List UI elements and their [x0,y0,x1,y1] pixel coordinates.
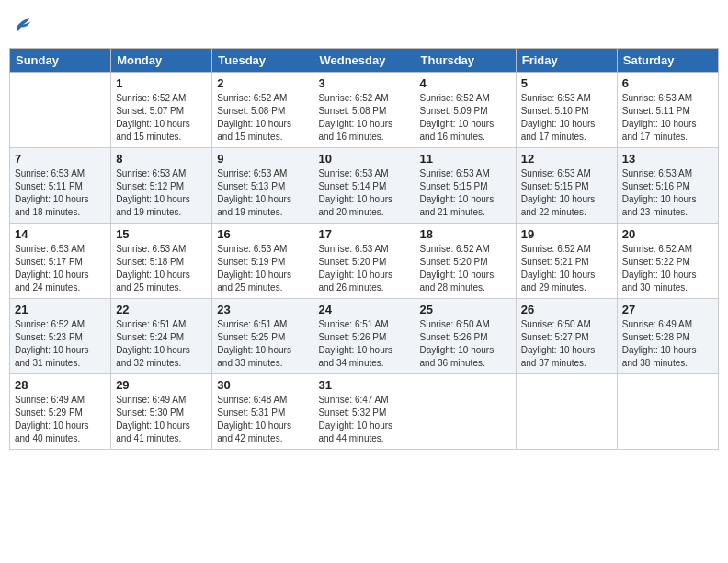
sunset-text: Sunset: 5:11 PM [622,105,713,118]
day-number: 3 [318,76,409,90]
day-info: Sunrise: 6:53 AMSunset: 5:17 PMDaylight:… [15,243,106,294]
sunset-text: Sunset: 5:26 PM [318,331,409,344]
sunrise-text: Sunrise: 6:47 AM [318,394,409,407]
sunrise-text: Sunrise: 6:50 AM [521,318,612,331]
daylight-text: Daylight: 10 hours and 21 minutes. [420,193,511,219]
sunset-text: Sunset: 5:13 PM [217,180,308,193]
sunrise-text: Sunrise: 6:53 AM [217,167,308,180]
day-number: 20 [622,227,713,241]
sunrise-text: Sunrise: 6:52 AM [420,92,511,105]
day-info: Sunrise: 6:53 AMSunset: 5:14 PMDaylight:… [318,167,409,219]
sunrise-text: Sunrise: 6:53 AM [521,92,612,105]
sunrise-text: Sunrise: 6:53 AM [622,92,713,105]
logo-bird-icon [13,15,33,35]
sunset-text: Sunset: 5:21 PM [521,256,612,269]
weekday-header-tuesday: Tuesday [212,49,313,73]
calendar-cell: 14Sunrise: 6:53 AMSunset: 5:17 PMDayligh… [10,224,111,299]
calendar-cell: 30Sunrise: 6:48 AMSunset: 5:31 PMDayligh… [212,374,313,450]
daylight-text: Daylight: 10 hours and 18 minutes. [15,193,106,219]
calendar-cell: 1Sunrise: 6:52 AMSunset: 5:07 PMDaylight… [111,73,212,148]
calendar-cell: 6Sunrise: 6:53 AMSunset: 5:11 PMDaylight… [617,73,718,148]
daylight-text: Daylight: 10 hours and 28 minutes. [420,269,511,294]
calendar-cell: 24Sunrise: 6:51 AMSunset: 5:26 PMDayligh… [313,299,415,374]
day-info: Sunrise: 6:49 AMSunset: 5:30 PMDaylight:… [116,394,207,445]
day-info: Sunrise: 6:52 AMSunset: 5:20 PMDaylight:… [420,243,511,294]
sunrise-text: Sunrise: 6:48 AM [217,394,308,407]
day-number: 16 [217,227,308,241]
day-number: 14 [15,227,106,241]
calendar-cell: 16Sunrise: 6:53 AMSunset: 5:19 PMDayligh… [212,224,313,299]
day-number: 4 [420,76,511,90]
sunrise-text: Sunrise: 6:50 AM [420,318,511,331]
calendar-cell: 19Sunrise: 6:52 AMSunset: 5:21 PMDayligh… [516,224,617,299]
calendar-week-row: 1Sunrise: 6:52 AMSunset: 5:07 PMDaylight… [10,73,719,148]
sunset-text: Sunset: 5:30 PM [116,407,207,419]
day-number: 7 [15,152,106,166]
weekday-header-saturday: Saturday [617,49,718,73]
sunset-text: Sunset: 5:10 PM [521,105,612,118]
day-number: 8 [116,152,207,166]
sunrise-text: Sunrise: 6:49 AM [116,394,207,407]
day-info: Sunrise: 6:51 AMSunset: 5:24 PMDaylight:… [116,318,207,370]
sunset-text: Sunset: 5:09 PM [420,105,511,118]
day-number: 18 [420,227,511,241]
sunrise-text: Sunrise: 6:52 AM [318,92,409,105]
sunrise-text: Sunrise: 6:52 AM [622,243,713,256]
day-info: Sunrise: 6:49 AMSunset: 5:29 PMDaylight:… [15,394,106,445]
sunrise-text: Sunrise: 6:53 AM [116,167,207,180]
day-info: Sunrise: 6:52 AMSunset: 5:09 PMDaylight:… [420,92,511,144]
daylight-text: Daylight: 10 hours and 15 minutes. [116,118,207,144]
sunset-text: Sunset: 5:28 PM [622,331,713,344]
daylight-text: Daylight: 10 hours and 42 minutes. [217,419,308,445]
sunrise-text: Sunrise: 6:53 AM [15,167,106,180]
sunrise-text: Sunrise: 6:49 AM [622,318,713,331]
calendar-cell [10,73,111,148]
sunset-text: Sunset: 5:17 PM [15,256,106,269]
day-number: 29 [116,378,207,392]
day-info: Sunrise: 6:53 AMSunset: 5:15 PMDaylight:… [521,167,612,219]
day-number: 12 [521,152,612,166]
calendar-cell [516,374,617,450]
sunset-text: Sunset: 5:25 PM [217,331,308,344]
day-number: 6 [622,76,713,90]
calendar-cell: 26Sunrise: 6:50 AMSunset: 5:27 PMDayligh… [516,299,617,374]
weekday-header-wednesday: Wednesday [313,49,415,73]
daylight-text: Daylight: 10 hours and 30 minutes. [622,269,713,294]
sunrise-text: Sunrise: 6:51 AM [318,318,409,331]
daylight-text: Daylight: 10 hours and 41 minutes. [116,419,207,445]
calendar-cell: 28Sunrise: 6:49 AMSunset: 5:29 PMDayligh… [10,374,111,450]
calendar-cell: 13Sunrise: 6:53 AMSunset: 5:16 PMDayligh… [617,148,718,224]
day-number: 30 [217,378,308,392]
calendar-cell: 21Sunrise: 6:52 AMSunset: 5:23 PMDayligh… [10,299,111,374]
day-number: 17 [318,227,409,241]
calendar-cell: 9Sunrise: 6:53 AMSunset: 5:13 PMDaylight… [212,148,313,224]
sunrise-text: Sunrise: 6:53 AM [217,243,308,256]
sunset-text: Sunset: 5:32 PM [318,407,409,419]
sunset-text: Sunset: 5:15 PM [521,180,612,193]
calendar-cell: 7Sunrise: 6:53 AMSunset: 5:11 PMDaylight… [10,148,111,224]
sunset-text: Sunset: 5:12 PM [116,180,207,193]
sunset-text: Sunset: 5:31 PM [217,407,308,419]
sunset-text: Sunset: 5:16 PM [622,180,713,193]
day-info: Sunrise: 6:53 AMSunset: 5:11 PMDaylight:… [622,92,713,144]
daylight-text: Daylight: 10 hours and 40 minutes. [15,419,106,445]
day-number: 22 [116,303,207,316]
sunrise-text: Sunrise: 6:53 AM [622,167,713,180]
day-info: Sunrise: 6:50 AMSunset: 5:27 PMDaylight:… [521,318,612,370]
day-number: 31 [318,378,409,392]
daylight-text: Daylight: 10 hours and 17 minutes. [521,118,612,144]
day-info: Sunrise: 6:52 AMSunset: 5:23 PMDaylight:… [15,318,106,370]
day-info: Sunrise: 6:51 AMSunset: 5:25 PMDaylight:… [217,318,308,370]
daylight-text: Daylight: 10 hours and 25 minutes. [217,269,308,294]
daylight-text: Daylight: 10 hours and 31 minutes. [15,344,106,370]
day-number: 5 [521,76,612,90]
calendar-cell: 20Sunrise: 6:52 AMSunset: 5:22 PMDayligh… [617,224,718,299]
calendar-cell: 31Sunrise: 6:47 AMSunset: 5:32 PMDayligh… [313,374,415,450]
weekday-header-monday: Monday [111,49,212,73]
calendar-cell: 5Sunrise: 6:53 AMSunset: 5:10 PMDaylight… [516,73,617,148]
sunrise-text: Sunrise: 6:53 AM [521,167,612,180]
sunrise-text: Sunrise: 6:52 AM [521,243,612,256]
sunset-text: Sunset: 5:08 PM [217,105,308,118]
sunrise-text: Sunrise: 6:51 AM [217,318,308,331]
sunset-text: Sunset: 5:14 PM [318,180,409,193]
